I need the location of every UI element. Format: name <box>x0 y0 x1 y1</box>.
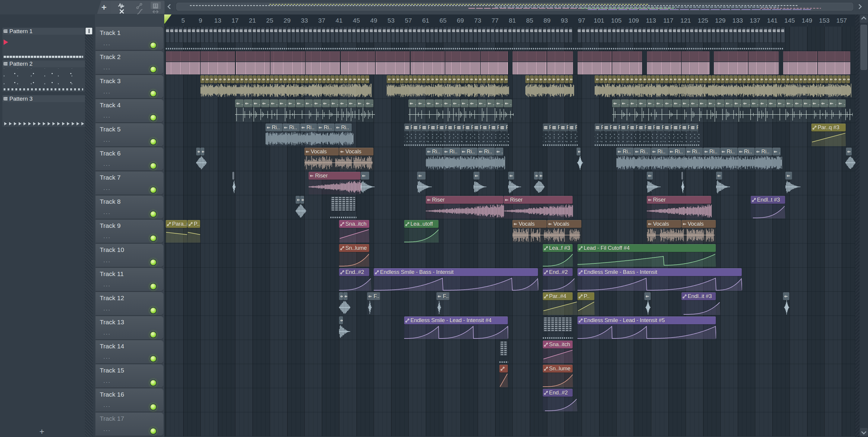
audio-clip[interactable] <box>200 75 204 83</box>
clip-s[interactable]: ..s <box>751 99 759 107</box>
clip-s[interactable]: ..s <box>469 99 477 107</box>
audio-clip[interactable] <box>621 75 624 83</box>
clip-ri[interactable]: Ri.. <box>738 148 755 156</box>
pattern-clip[interactable] <box>461 27 464 43</box>
clip-endless-smile-lead-intensit-4[interactable]: Endless Smile - Lead - Intensit #4 <box>404 316 508 324</box>
pattern-preview-3[interactable] <box>2 102 85 127</box>
audio-clip[interactable] <box>686 75 689 83</box>
audio-clip[interactable] <box>461 75 464 83</box>
clip-p[interactable]: P.. <box>404 124 412 131</box>
audio-clip[interactable] <box>560 75 564 83</box>
pattern-clip[interactable] <box>404 27 408 43</box>
pattern-clip[interactable] <box>716 27 720 43</box>
clip-s[interactable]: ..s <box>768 99 776 107</box>
track-options-dots[interactable]: ... <box>103 209 111 216</box>
audio-clip[interactable] <box>733 75 737 83</box>
clip-vocals[interactable]: Vocals <box>339 148 373 156</box>
pattern-clip[interactable] <box>733 27 737 43</box>
audio-clip[interactable] <box>681 75 685 83</box>
playlist-track-lane-17[interactable] <box>164 412 855 436</box>
audio-clip[interactable] <box>287 75 291 83</box>
audio-clip[interactable] <box>504 75 507 83</box>
audio-clip[interactable] <box>291 75 296 83</box>
audio-clip[interactable] <box>396 75 399 83</box>
pattern-clip[interactable] <box>430 27 434 43</box>
audio-clip[interactable] <box>837 75 841 83</box>
track-options-dots[interactable]: ... <box>103 113 111 119</box>
pattern-clip[interactable] <box>538 27 542 43</box>
clip-ri[interactable]: Ri.. <box>461 148 478 156</box>
striped-pattern-clip[interactable] <box>513 51 573 74</box>
audio-clip[interactable] <box>339 316 343 324</box>
picker-scrollbar-thumb[interactable] <box>86 28 92 34</box>
pattern-preview-2[interactable] <box>2 67 85 92</box>
track-mute-led[interactable] <box>150 66 157 73</box>
clip-vocals[interactable]: Vocals <box>547 220 581 228</box>
track-options-dots[interactable]: ... <box>103 402 111 408</box>
pattern-clip[interactable] <box>456 27 460 43</box>
pattern-clip[interactable] <box>642 27 646 43</box>
track-header-16[interactable]: Track 16... <box>96 388 163 412</box>
clip-endl-t-3[interactable]: Endl..t #3 <box>751 196 785 204</box>
pattern-clip[interactable] <box>400 27 404 43</box>
clip-sna-itch[interactable]: Sna..itch <box>543 341 573 348</box>
pattern-clip[interactable] <box>378 27 382 43</box>
audio-clip[interactable] <box>261 75 265 83</box>
audio-clip[interactable] <box>655 75 659 83</box>
pattern-clip[interactable] <box>586 27 590 43</box>
clip-p[interactable]: P.. <box>629 124 638 131</box>
pattern-clip[interactable] <box>408 27 412 43</box>
pattern-clip[interactable] <box>777 27 781 43</box>
clip-riser[interactable]: Riser <box>647 196 712 204</box>
track-header-3[interactable]: Track 3... <box>96 75 163 98</box>
pattern-clip[interactable] <box>634 27 638 43</box>
track-mute-led[interactable] <box>150 90 157 97</box>
clip-s[interactable]: ..s <box>681 99 690 107</box>
track-mute-led[interactable] <box>150 355 157 362</box>
pattern-clip[interactable] <box>266 27 270 43</box>
clip-p[interactable]: P.. <box>551 124 560 131</box>
clip-p[interactable]: P.. <box>673 124 681 131</box>
clip-s[interactable]: ..s <box>811 99 820 107</box>
clip-s[interactable]: ..s <box>707 99 716 107</box>
pattern-clip[interactable] <box>209 27 213 43</box>
pattern-clip[interactable] <box>326 27 330 43</box>
track-mute-led[interactable] <box>150 162 157 169</box>
clip-s[interactable]: ..s <box>426 99 434 107</box>
clip-p[interactable]: P.. <box>187 220 200 228</box>
clip-p[interactable]: P.. <box>655 124 664 131</box>
pattern-clip[interactable] <box>669 27 673 43</box>
track-options-dots[interactable]: ... <box>103 64 111 71</box>
audio-clip[interactable] <box>447 75 451 83</box>
clip-p[interactable]: P.. <box>560 124 568 131</box>
pattern-clip[interactable] <box>391 27 395 43</box>
clip-ri[interactable]: Ri.. <box>755 148 772 156</box>
pattern-clip[interactable] <box>551 27 555 43</box>
pattern-clip[interactable] <box>764 27 768 43</box>
pattern-clip[interactable] <box>278 27 282 43</box>
clip-ri[interactable]: Ri.. <box>317 124 335 131</box>
pattern-clip[interactable] <box>370 27 373 43</box>
audio-clip[interactable] <box>491 75 495 83</box>
clip-s[interactable]: ..s <box>504 99 512 107</box>
audio-clip[interactable] <box>412 75 416 83</box>
pattern-clip[interactable] <box>473 27 477 43</box>
audio-clip[interactable] <box>487 75 490 83</box>
pattern-clip[interactable] <box>387 27 391 43</box>
clip-s[interactable]: ..s <box>742 99 750 107</box>
audio-clip[interactable] <box>534 75 538 83</box>
pattern-clip[interactable] <box>629 27 633 43</box>
audio-clip[interactable] <box>716 172 722 180</box>
track-mute-led[interactable] <box>150 404 157 410</box>
audio-clip[interactable] <box>846 148 852 156</box>
horizontal-scrollbar-thumb[interactable] <box>176 3 853 10</box>
track-options-dots[interactable]: ... <box>103 161 111 167</box>
pattern-item-1[interactable]: Pattern 1 <box>2 28 85 35</box>
clip-s[interactable]: ..s <box>434 99 443 107</box>
pattern-clip[interactable] <box>244 27 248 43</box>
track-header-8[interactable]: Track 8... <box>96 196 163 219</box>
clip-p[interactable]: P.. <box>595 124 603 131</box>
clip-ri[interactable]: Ri.. <box>283 124 300 131</box>
clip-s[interactable]: ..s <box>478 99 486 107</box>
audio-clip[interactable] <box>647 172 653 180</box>
